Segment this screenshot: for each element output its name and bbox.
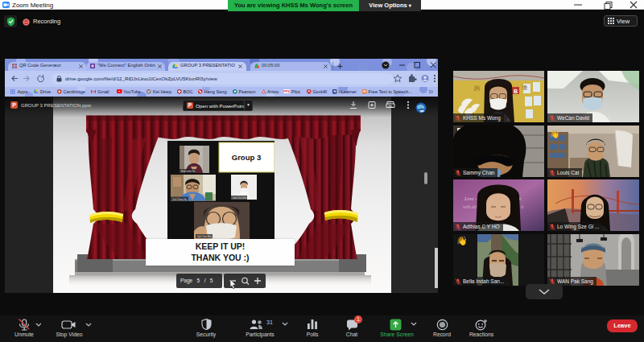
- svg-text:N: N: [333, 89, 336, 93]
- svg-text:Split Chan HiLo mu...: Split Chan HiLo mu...: [197, 235, 217, 238]
- svg-text:PPS: PPS: [283, 90, 290, 93]
- svg-text:詢: 詢: [474, 85, 480, 92]
- svg-text:B: B: [514, 89, 518, 94]
- svg-text:張: 張: [522, 84, 527, 91]
- svg-text:Jack Cheng Ng...: Jack Cheng Ng...: [172, 198, 188, 201]
- svg-text:Jane Tsui Chin...: Jane Tsui Chin...: [233, 196, 248, 200]
- svg-text:ic: ic: [521, 204, 525, 209]
- svg-text:31: 31: [266, 319, 273, 325]
- svg-text:👋: 👋: [550, 129, 560, 139]
- svg-text:W: W: [363, 90, 366, 93]
- svg-text:Bella Indah Sa...: Bella Indah Sa...: [181, 170, 196, 173]
- svg-text:Group 3: Group 3: [232, 153, 261, 162]
